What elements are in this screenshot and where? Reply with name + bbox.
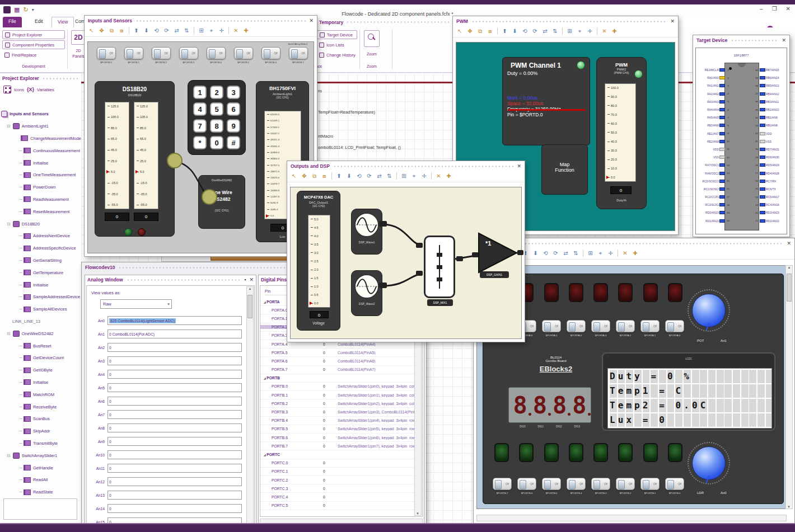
send-backward-icon[interactable]: ⬇	[345, 172, 353, 180]
rotate-right-icon[interactable]: ⟳	[551, 249, 560, 257]
chip-pin[interactable]: VDD 11	[696, 145, 731, 153]
tree-item[interactable]: GetHandle	[0, 462, 81, 474]
chip-pin[interactable]: 38 RB5/AN13	[754, 82, 791, 90]
send-backward-icon[interactable]: ⬇	[531, 249, 540, 257]
toggle-switch[interactable]: Off $PORTB.7	[284, 47, 312, 64]
chip-pin[interactable]: 39 RB6/AN14	[754, 74, 791, 82]
tree-item[interactable]: GetIDByte	[0, 364, 81, 376]
close-icon[interactable]: ✕	[309, 18, 314, 23]
copy-tool-icon[interactable]: ⧉	[310, 172, 319, 180]
chip-pin[interactable]: 21 RD2/AN22	[754, 217, 791, 225]
rotate-left-icon[interactable]: ⟲	[541, 249, 550, 257]
flip-horizontal-icon[interactable]: ⇄	[172, 26, 181, 35]
analog-value-field[interactable]: 0	[107, 437, 242, 446]
analog-value-field[interactable]: 0	[107, 397, 242, 406]
toggle-switch[interactable]: Off $PORTB.6	[515, 478, 539, 495]
switch-body[interactable]: Off	[234, 47, 253, 59]
toolbar-separator[interactable]	[228, 27, 229, 34]
chip-pin[interactable]: RA3/AN3 5	[696, 98, 731, 106]
red-indicator-button[interactable]	[138, 228, 146, 236]
add-component-icon[interactable]: ✚	[631, 249, 639, 257]
digital-pin-row[interactable]: PORTB.6 0 SwitchArraySlider1(pin6), keyp…	[260, 434, 422, 442]
digital-pin-row[interactable]: PORTC.5 0	[260, 502, 422, 510]
toolbar-separator[interactable]	[562, 27, 563, 35]
pin-icon[interactable]: ▪	[244, 277, 246, 283]
keypad-key[interactable]: 9	[227, 119, 240, 133]
flip-vertical-icon[interactable]: ⇅	[551, 27, 559, 35]
keypad-key[interactable]: 6	[227, 102, 240, 116]
toggle-switch[interactable]: Off $PORTA.1	[638, 320, 662, 337]
keypad-key[interactable]: 4	[193, 102, 207, 116]
toggle-switch[interactable]: Off $PORTB.3	[175, 47, 202, 64]
analog-value-field[interactable]: 0 ComboBL0114(Pot ADC)	[107, 329, 242, 338]
green-indicator-button[interactable]	[124, 228, 132, 236]
toggle-switch[interactable]: Off $PORTB.2	[613, 478, 638, 495]
digital-pin-row[interactable]: PORTC	[260, 450, 422, 459]
toolbar-separator[interactable]	[597, 27, 597, 35]
view-values-dropdown[interactable]: Raw ▾	[100, 299, 172, 309]
zoom-button[interactable]	[364, 30, 380, 47]
chip-pin[interactable]: RC3/SCK1 18	[696, 201, 731, 209]
tree-item[interactable]: GetSerialString	[0, 255, 81, 267]
chip-pin[interactable]: RA4/AN4 6	[696, 106, 731, 114]
snap-icon[interactable]: ✛	[586, 27, 594, 35]
toggle-switch[interactable]: Off $PORTB.0	[662, 478, 687, 495]
tree-item[interactable]: Initialise	[0, 157, 81, 169]
tree-item[interactable]: ReadAll	[0, 474, 81, 486]
delete-icon[interactable]: ✕	[434, 172, 443, 180]
ldr-knob[interactable]	[692, 446, 726, 480]
board-vscrollbar[interactable]: ▲▼	[785, 265, 793, 509]
tree-item[interactable]: BusReset	[0, 340, 81, 352]
tab-view[interactable]: View	[52, 17, 74, 27]
tree-item[interactable]: Initialise	[0, 376, 81, 389]
chip-pin[interactable]: RE3/MCLR 1	[696, 66, 731, 74]
keypad-key[interactable]: 1	[193, 86, 207, 99]
digital-pin-row[interactable]: PORTC.2 0	[260, 476, 422, 484]
switch-body[interactable]: Off	[567, 320, 586, 332]
pan-tool-icon[interactable]: ✥	[97, 26, 106, 35]
digital-pin-row[interactable]: PORTB.2 0 SwitchArraySlider1(pin2), keyp…	[260, 399, 422, 408]
toolbar-separator[interactable]	[396, 172, 397, 180]
pan-tool-icon[interactable]: ✥	[466, 27, 474, 35]
duty-scale[interactable]: 100.090.080.070.060.050.040.030.020.010.…	[605, 83, 636, 182]
chip-pin[interactable]: 27 RD4/AN28	[754, 169, 791, 177]
board-hscrollbar[interactable]	[476, 515, 787, 521]
flip-vertical-icon[interactable]: ⇅	[183, 26, 191, 35]
toggle-switch[interactable]: Off $PORTA.5	[539, 320, 564, 337]
chip-pin[interactable]: RA1/AN1 3	[696, 82, 731, 90]
analog-value-field[interactable]: 0	[107, 410, 242, 419]
ribbon-item-find-replace[interactable]: Find/Replace	[2, 50, 65, 59]
close-button[interactable]: ✕	[786, 6, 791, 12]
close-icon[interactable]: ✕	[249, 277, 254, 283]
switch-body[interactable]: Off	[640, 320, 660, 332]
save-icon[interactable]: ▦	[14, 6, 20, 13]
chip-pin[interactable]: RA5/AN5 7	[696, 114, 731, 121]
tree-item[interactable]: ChangeMeasurementMode	[0, 133, 81, 145]
toggle-switch[interactable]: Off $PORTB.0	[92, 47, 120, 64]
digital-pin-row[interactable]: PORTB.4 0 SwitchArraySlider1(pin4), keyp…	[260, 417, 422, 425]
tree-item[interactable]: AmbientLight1	[0, 120, 81, 133]
chip-pin[interactable]: RE2/AN8 10	[696, 138, 731, 145]
chip-pin[interactable]: 37 RB4/AN12	[754, 90, 791, 98]
switch-body[interactable]: Off	[616, 478, 635, 490]
flip-vertical-icon[interactable]: ⇅	[385, 172, 394, 180]
analog-value-field[interactable]: 0	[107, 477, 242, 486]
digital-pin-row[interactable]: PORTA.6 0 ComboBL0114(PinA6)	[260, 357, 422, 365]
digital-pin-row[interactable]: PORTB.3 0 SwitchArraySlider1(pin3), Comb…	[260, 408, 422, 416]
tree-item[interactable]: ResetMeasurement	[0, 205, 81, 218]
tree-item[interactable]: GetDeviceCount	[0, 352, 81, 364]
add-component-icon[interactable]: ✚	[242, 26, 250, 35]
rotate-right-icon[interactable]: ⟳	[162, 26, 171, 35]
rotate-left-icon[interactable]: ⟲	[521, 27, 529, 35]
dsp-wave2-component[interactable]: DSP_Wave2	[351, 270, 382, 316]
delete-icon[interactable]: ✕	[621, 249, 629, 257]
flip-vertical-icon[interactable]: ⇅	[572, 249, 580, 257]
icons-tab-icon[interactable]	[3, 86, 11, 93]
switch-body[interactable]: Off	[179, 47, 198, 59]
switch-body[interactable]: Off	[591, 320, 610, 332]
paste-tool-icon[interactable]: ⧇	[118, 26, 126, 35]
cursor-tool-icon[interactable]: ↖	[290, 172, 298, 180]
variables-icon[interactable]: {X}	[27, 87, 34, 92]
toggle-switch[interactable]: Off $PORTB.3	[588, 478, 613, 495]
measure-icon[interactable]: ⌖	[207, 26, 216, 35]
